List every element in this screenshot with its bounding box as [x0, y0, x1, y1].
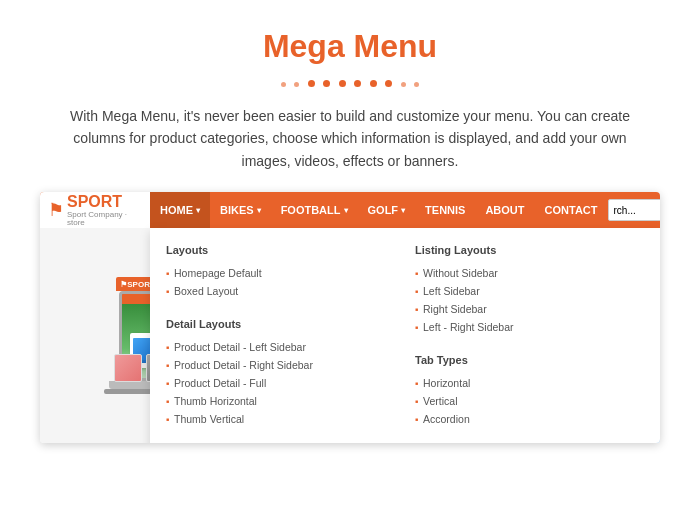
- search-input[interactable]: [608, 199, 661, 221]
- home-arrow: ▾: [196, 206, 200, 215]
- logo-brand: SPORT: [67, 193, 122, 210]
- nav-item-golf[interactable]: GOLF ▾: [358, 192, 416, 228]
- dropdown-item[interactable]: Left Sidebar: [415, 282, 644, 300]
- page-wrapper: Mega Menu With Mega Menu, it's never bee…: [0, 0, 700, 473]
- dropdown-item[interactable]: Thumb Horizontal: [166, 392, 395, 410]
- dropdown-section-tab-types: Tab Types Horizontal Vertical Accordion: [415, 354, 644, 428]
- dropdown-item[interactable]: Product Detail - Full: [166, 374, 395, 392]
- dropdown-item[interactable]: Product Detail - Right Sidebar: [166, 356, 395, 374]
- nav-item-tennis[interactable]: TENNIS: [415, 192, 475, 228]
- detail-layouts-title: Detail Layouts: [166, 318, 395, 330]
- dropdown-item[interactable]: Right Sidebar: [415, 300, 644, 318]
- dropdown-item[interactable]: Without Sidebar: [415, 264, 644, 282]
- dropdown-item[interactable]: Boxed Layout: [166, 282, 395, 300]
- football-arrow: ▾: [344, 206, 348, 215]
- dropdown-item[interactable]: Thumb Vertical: [166, 410, 395, 428]
- nav-item-bikes[interactable]: BIKES ▾: [210, 192, 271, 228]
- dropdown-item[interactable]: Accordion: [415, 410, 644, 428]
- dropdown-item[interactable]: Product Detail - Left Sidebar: [166, 338, 395, 356]
- dropdown-item[interactable]: Left - Right Sidebar: [415, 318, 644, 336]
- listing-layouts-title: Listing Layouts: [415, 244, 644, 256]
- nav-item-about[interactable]: ABOUT: [475, 192, 534, 228]
- dropdown-section-listing-layouts: Listing Layouts Without Sidebar Left Sid…: [415, 244, 644, 336]
- nav-logo: ⚑ SPORT Sport Company · store: [40, 192, 150, 228]
- browser-mockup: ⚑ SPORT Sport Company · store HOME ▾ BIK…: [40, 192, 660, 443]
- dropdown-menu: Layouts Homepage Default Boxed Layout De…: [150, 228, 660, 443]
- golf-arrow: ▾: [401, 206, 405, 215]
- nav-item-contact[interactable]: CONTACT: [535, 192, 608, 228]
- dropdown-section-detail-layouts: Detail Layouts Product Detail - Left Sid…: [166, 318, 395, 428]
- dropdown-col-1: Layouts Homepage Default Boxed Layout De…: [166, 244, 395, 443]
- nav-items: HOME ▾ BIKES ▾ FOOTBALL ▾ GOLF ▾ TENNIS …: [150, 192, 608, 228]
- nav-bar: ⚑ SPORT Sport Company · store HOME ▾ BIK…: [40, 192, 660, 228]
- dropdown-item[interactable]: Vertical: [415, 392, 644, 410]
- nav-item-home[interactable]: HOME ▾: [150, 192, 210, 228]
- page-title: Mega Menu: [40, 28, 660, 65]
- logo-sub: Sport Company · store: [67, 211, 142, 227]
- tab-types-title: Tab Types: [415, 354, 644, 366]
- dropdown-item[interactable]: Homepage Default: [166, 264, 395, 282]
- layouts-title: Layouts: [166, 244, 395, 256]
- logo-icon: ⚑: [48, 199, 64, 221]
- bikes-arrow: ▾: [257, 206, 261, 215]
- product-thumb-1: [114, 354, 142, 382]
- page-description: With Mega Menu, it's never been easier t…: [70, 105, 630, 172]
- nav-search-wrapper: 🔍 🛒 Cart is empty: [608, 199, 661, 221]
- nav-item-football[interactable]: FOOTBALL ▾: [271, 192, 358, 228]
- dropdown-item[interactable]: Horizontal: [415, 374, 644, 392]
- dropdown-section-layouts: Layouts Homepage Default Boxed Layout: [166, 244, 395, 300]
- dots-decoration: [40, 73, 660, 91]
- dropdown-col-2: Listing Layouts Without Sidebar Left Sid…: [415, 244, 644, 443]
